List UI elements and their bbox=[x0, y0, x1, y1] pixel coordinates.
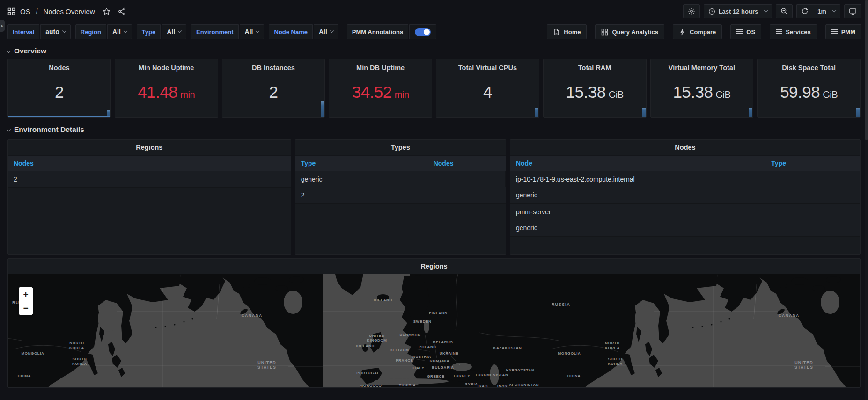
world-map[interactable]: RUSSIAMONGOLIACHINANORTHKOREASOUTHKOREAC… bbox=[8, 274, 860, 387]
menu-icon bbox=[736, 29, 743, 34]
table-panel-nodes-2: NodesNodeTypeip-10-178-1-9.us-east-2.com… bbox=[510, 139, 861, 255]
refresh-button[interactable] bbox=[796, 4, 813, 18]
map-label-south-korea: SOUTHKOREA bbox=[72, 357, 87, 366]
nav-services-button[interactable]: Services bbox=[770, 24, 817, 39]
filter-environment: EnvironmentAll bbox=[191, 24, 264, 39]
map-label-finland: FINLAND bbox=[429, 311, 447, 315]
stat-value: 15.38GiB bbox=[651, 83, 753, 102]
table-row: pmm-servergeneric bbox=[510, 204, 860, 237]
map-label-iraq: IRAQ bbox=[478, 384, 488, 387]
filter-region-label: Region bbox=[75, 24, 106, 39]
stat-value: 15.38GiB bbox=[544, 83, 646, 102]
nav-os-button[interactable]: OS bbox=[730, 24, 761, 39]
table-cell: generic bbox=[510, 220, 860, 236]
map-label-sweden: SWEDEN bbox=[413, 320, 432, 324]
regions-map-panel: Regions bbox=[7, 258, 861, 388]
filter-environment-value[interactable]: All bbox=[240, 24, 265, 39]
map-label-romania: ROMANIA bbox=[430, 359, 449, 363]
column-header-nodes[interactable]: Nodes bbox=[8, 156, 291, 171]
bolt-icon bbox=[679, 29, 686, 36]
filter-node-name-label: Node Name bbox=[269, 24, 313, 39]
page-title: Nodes Overview bbox=[44, 7, 95, 15]
filter-region-value[interactable]: All bbox=[107, 24, 132, 39]
map-label-turkey: TURKEY bbox=[453, 374, 471, 378]
filter-node-name-value[interactable]: All bbox=[314, 24, 338, 39]
map-panel-title: Regions bbox=[8, 259, 860, 274]
clock-icon bbox=[708, 8, 715, 15]
map-zoom-out-button[interactable]: − bbox=[19, 301, 33, 315]
grid-icon bbox=[601, 29, 608, 36]
section-environment-details[interactable]: Environment Details bbox=[0, 118, 868, 137]
nav-compare-button[interactable]: Compare bbox=[673, 24, 722, 39]
map-label-italy: ITALY bbox=[413, 366, 425, 370]
filter-interval-value[interactable]: auto bbox=[40, 24, 71, 39]
nav-pmm-button[interactable]: PMM bbox=[825, 24, 861, 39]
table-title: Regions bbox=[8, 140, 291, 155]
section-overview[interactable]: Overview bbox=[0, 42, 868, 58]
chevron-down-icon bbox=[62, 29, 66, 33]
stat-value: 2 bbox=[222, 83, 325, 102]
sparkline-bar bbox=[321, 101, 324, 117]
map-zoom-in-button[interactable]: + bbox=[19, 287, 33, 301]
map-label-mongolia: MONGOLIA bbox=[558, 351, 581, 356]
nav-query-analytics-button[interactable]: Query Analytics bbox=[595, 24, 664, 39]
world-map-svg: RUSSIAMONGOLIACHINANORTHKOREASOUTHKOREAC… bbox=[8, 274, 860, 387]
sidebar-expand-tab[interactable]: ▸ bbox=[0, 20, 5, 32]
document-icon bbox=[553, 29, 560, 36]
section-overview-title: Overview bbox=[14, 47, 46, 55]
filter-interval: Intervalauto bbox=[7, 24, 71, 39]
stat-panel-min-node-uptime: Min Node Uptime41.48min bbox=[115, 59, 218, 118]
map-label-ukraine: UKRAINE bbox=[440, 351, 459, 356]
top-bar: OS / Nodes Overview bbox=[0, 0, 868, 22]
map-label-north-korea: NORTHKOREA bbox=[605, 341, 620, 350]
chevron-down-icon bbox=[330, 29, 334, 33]
map-label-south-korea: SOUTHKOREA bbox=[608, 357, 623, 366]
node-link[interactable]: ip-10-178-1-9.us-east-2.compute.internal bbox=[516, 175, 635, 183]
apps-grid-icon[interactable] bbox=[7, 7, 15, 15]
filter-type-label: Type bbox=[137, 24, 161, 39]
column-header-type[interactable]: Type bbox=[765, 156, 860, 171]
map-label-united-states: UNITEDSTATES bbox=[794, 360, 813, 370]
map-label-canada: CANADA bbox=[242, 313, 263, 318]
pmm-annotations-toggle[interactable] bbox=[409, 24, 436, 39]
column-header-node[interactable]: Node bbox=[510, 156, 765, 171]
dashboard-settings-button[interactable] bbox=[683, 4, 700, 18]
node-link[interactable]: pmm-server bbox=[516, 208, 551, 216]
stat-value: 59.98GiB bbox=[758, 83, 860, 102]
gear-icon bbox=[688, 7, 695, 15]
filter-environment-label: Environment bbox=[191, 24, 238, 39]
stat-title: Min Node Uptime bbox=[115, 64, 218, 72]
map-label-north-korea: NORTHKOREA bbox=[69, 341, 84, 350]
zoom-out-time-button[interactable] bbox=[776, 4, 793, 18]
stat-panel-total-ram: Total RAM15.38GiB bbox=[543, 59, 647, 118]
sparkline-bar bbox=[642, 108, 646, 117]
time-range-picker[interactable]: Last 12 hours bbox=[704, 4, 772, 18]
filter-type-value[interactable]: All bbox=[162, 24, 186, 39]
map-label-afghanistan: AFGHANISTAN bbox=[509, 383, 539, 387]
map-label-china: CHINA bbox=[18, 374, 31, 378]
menu-icon bbox=[831, 29, 838, 34]
map-label-morocco: MOROCCO bbox=[360, 384, 382, 387]
map-label-united-kingdom: UNITEDKINGDOM bbox=[367, 334, 387, 342]
map-label-china: CHINA bbox=[567, 374, 581, 378]
sparkline-bar bbox=[535, 108, 538, 117]
sparkline-bar bbox=[749, 108, 752, 117]
share-icon[interactable] bbox=[118, 7, 126, 15]
column-header-type[interactable]: Type bbox=[295, 156, 428, 171]
favorite-star-icon[interactable] bbox=[103, 7, 110, 15]
table-row: generic2 bbox=[295, 171, 506, 204]
nav-home-button[interactable]: Home bbox=[547, 24, 587, 39]
menu-icon bbox=[776, 29, 782, 34]
table-cell: ip-10-178-1-9.us-east-2.compute.internal bbox=[510, 171, 860, 187]
page-scrollbar[interactable] bbox=[865, 0, 868, 400]
column-header-nodes[interactable]: Nodes bbox=[428, 156, 506, 171]
map-label-belgium: BELGIUM bbox=[390, 348, 409, 352]
refresh-interval-select[interactable]: 1m bbox=[813, 4, 840, 18]
map-label-tunisia: TUNISIA bbox=[399, 383, 416, 387]
kiosk-mode-button[interactable] bbox=[844, 4, 861, 18]
stat-title: Disk Space Total bbox=[758, 64, 860, 72]
pmm-annotations-label: PMM Annotations bbox=[347, 24, 408, 39]
filter-toolbar: IntervalautoRegionAllTypeAllEnvironmentA… bbox=[0, 22, 868, 42]
map-label-mongolia: MONGOLIA bbox=[22, 351, 44, 356]
breadcrumb-app[interactable]: OS bbox=[20, 7, 30, 15]
